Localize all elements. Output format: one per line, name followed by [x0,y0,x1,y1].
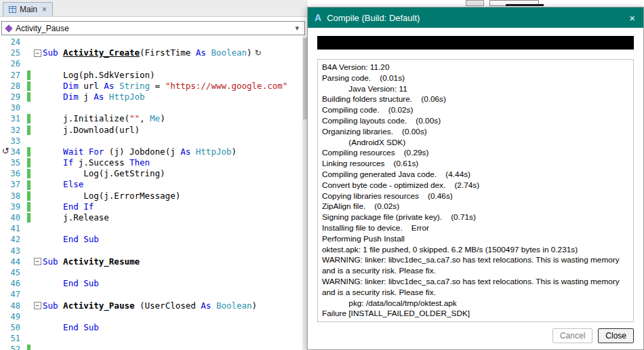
code-text: Sub Activity_Pause (UserClosed As Boolea… [43,300,257,311]
code-line[interactable]: 49 [0,311,302,322]
line-number: 30 [0,102,27,113]
line-number: 32 [0,125,27,136]
code-line[interactable]: 41 [0,223,302,234]
change-bar-empty [27,235,31,244]
code-line[interactable]: 27 Log(ph.SdkVersion) [0,70,302,81]
code-line[interactable]: 37 Else [0,179,302,190]
code-line[interactable]: 32 j.Download(url) [0,125,302,136]
code-line[interactable]: 29 Dim j As HttpJob [0,92,302,102]
combobox-value: Activity_Pause [16,24,291,33]
code-token: j.Download(url) [43,125,140,135]
code-token: End If [63,201,94,212]
code-line[interactable]: 40 j.Release [0,212,302,223]
code-line[interactable]: 46 End Sub [0,278,302,289]
line-number: 39 [0,201,27,212]
code-line[interactable]: 28 Dim url As String = "https://www.goog… [0,81,302,92]
code-token [190,147,196,157]
code-area[interactable]: 2425−Sub Activity_Create(FirstTime As Bo… [0,37,302,350]
log-line: pkg: /data/local/tmp/oktest.apk [322,298,629,309]
line-number: 44 [0,256,27,267]
progress-fill [317,36,634,50]
code-line[interactable]: 36 Log(j.GetString) [0,168,302,179]
code-token: Log(ph.SdkVersion) [43,70,155,80]
cancel-button[interactable]: Cancel [552,328,592,343]
code-token: Me [150,113,160,123]
change-bar [27,169,31,178]
line-number: 29 [0,92,27,102]
code-line[interactable]: 38 Log(j.ErrorMessage) [0,191,302,201]
compile-log[interactable]: B4A Version: 11.20Parsing code. (0.01s) … [317,59,634,322]
code-line[interactable]: 34 Wait For (j) Jobdone(j As HttpJob) [0,147,302,157]
code-token: String [119,81,150,91]
code-line[interactable]: 52 [0,344,302,350]
line-number: 47 [0,289,27,300]
change-bar [27,114,31,123]
change-bar-empty [27,103,31,113]
close-button[interactable]: Close [598,328,634,343]
code-line[interactable]: 47 [0,289,302,300]
change-bar-empty [27,290,31,299]
change-bar-empty [27,59,31,69]
code-token [43,92,63,102]
change-bar-empty [27,323,31,332]
code-token: End Sub [63,278,99,288]
code-line[interactable]: 45 [0,267,302,278]
code-token: ) [232,147,237,157]
method-icon [5,24,12,32]
code-line[interactable]: 25−Sub Activity_Create(FirstTime As Bool… [0,47,302,58]
code-line[interactable]: 48−Sub Activity_Pause (UserClosed As Boo… [0,300,302,311]
collapse-toggle[interactable]: − [32,302,43,309]
sub-selector-combobox[interactable]: Activity_Pause ▾ [1,21,305,35]
dialog-close-icon[interactable]: × [628,12,637,24]
code-line[interactable]: 44−Sub Activity_Resume [0,256,302,267]
change-bar [27,125,31,135]
code-line[interactable]: 26 [0,58,302,69]
code-line[interactable]: 31 j.Initialize("", Me) [0,113,302,124]
collapse-minus-icon[interactable]: − [34,50,41,57]
code-line[interactable]: 43 [0,246,302,256]
collapse-toggle[interactable]: − [32,258,43,265]
line-number: 43 [0,246,27,256]
tab-close-icon[interactable]: × [42,5,47,14]
dialog-titlebar[interactable]: A Compile (Build: Default) × [308,7,643,28]
code-line[interactable]: 50 End Sub [0,322,302,333]
b4a-logo-icon: A [315,12,321,23]
collapse-toggle[interactable]: − [32,50,43,57]
history-icon[interactable]: ↻ [252,48,262,58]
code-line[interactable]: 39 End If [0,201,302,212]
code-text: Log(j.GetString) [43,168,165,179]
code-line[interactable]: 24 [0,37,302,47]
code-token: If [63,157,73,168]
code-line[interactable]: 35 If j.Success Then [0,157,302,168]
code-text: Sub Activity_Resume [43,256,140,267]
change-bar-empty [27,301,31,311]
log-line: WARNING: linker: libvc1dec_sa.ca7.so has… [322,255,629,277]
log-line: Convert byte code - optimized dex. (2.74… [322,180,629,191]
code-token [43,81,63,91]
code-token: j.Initialize( [43,113,129,123]
code-line[interactable]: 51 [0,333,302,344]
code-token: As [196,47,206,58]
tab-label: Main [20,5,37,14]
collapse-minus-icon[interactable]: − [34,258,41,265]
log-line: Linking resources (0.61s) [322,159,629,170]
tab-main[interactable]: Main × [3,2,53,16]
code-token: ) [160,113,165,123]
line-number: 28 [0,81,27,92]
log-line: Installing file to device. Error [322,223,629,234]
history-margin-icon[interactable]: ↺ [2,146,9,156]
code-line[interactable]: 30 [0,102,302,113]
code-token: j.Release [43,212,109,222]
code-text: End Sub [43,278,99,289]
code-line[interactable]: 42 End Sub [0,234,302,245]
code-token: ) [252,300,258,311]
change-bar-empty [27,312,31,322]
line-number: 37 [0,179,27,190]
log-line: B4A Version: 11.20 [322,62,629,73]
line-number: 52 [0,344,27,350]
code-token [43,147,63,157]
chevron-down-icon[interactable]: ▾ [295,24,300,33]
code-line[interactable]: 33 [0,136,302,147]
collapse-minus-icon[interactable]: − [34,302,41,309]
line-number: 33 [0,136,27,147]
